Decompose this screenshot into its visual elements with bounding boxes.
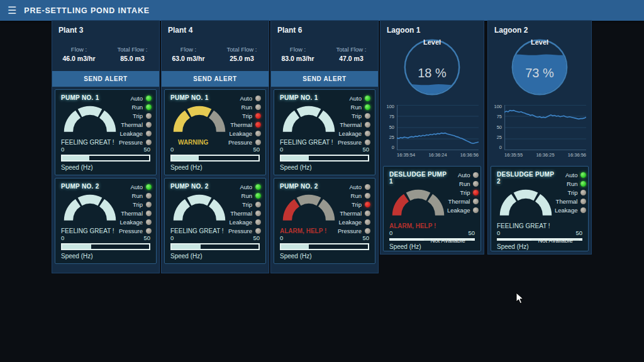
level-trend-chart: 10075 5025 0 16:35:54 16:36:24 16:36:56 xyxy=(384,105,479,158)
x-axis-ticks: 16:35:55 16:36:25 16:36:56 xyxy=(504,152,586,158)
led-label: Leakage xyxy=(555,207,577,214)
pump-title: PUMP NO. 2 xyxy=(61,183,119,190)
speed-bar xyxy=(61,155,150,162)
pump-status-text: ALARM, HELP ! xyxy=(389,222,447,229)
flow-label: Flow : xyxy=(162,46,215,53)
pump-card: PUMP NO. 1 FEELING GREAT ! Auto Run Trip… xyxy=(274,89,375,175)
flow-readouts: Flow : 46.0 m3/hr Total Flow : 85.0 m3 xyxy=(52,46,159,62)
led-label: Thermal xyxy=(340,121,362,128)
led-label: Pressure xyxy=(228,139,252,146)
led-label: Auto xyxy=(240,95,252,102)
mouse-cursor xyxy=(516,292,525,305)
send-alert-button[interactable]: SEND ALERT xyxy=(271,71,378,87)
led-label: Thermal xyxy=(556,198,578,205)
led-label: Leakage xyxy=(120,130,143,137)
led-indicator xyxy=(255,219,261,225)
panel-title: Plant 3 xyxy=(52,21,159,35)
led-label: Thermal xyxy=(121,121,143,128)
led-label: Thermal xyxy=(340,210,362,217)
speed-bar xyxy=(170,243,260,250)
led-list: Auto Run Trip Thermal Leakage xyxy=(447,171,479,229)
send-alert-button[interactable]: SEND ALERT xyxy=(162,71,269,87)
led-label: Run xyxy=(459,180,470,187)
speed-scale: 050 xyxy=(280,234,369,241)
led-indicator xyxy=(146,140,152,145)
speed-scale: 050 xyxy=(61,146,150,153)
speed-bar xyxy=(280,155,369,162)
speed-label: Speed (Hz) xyxy=(170,253,260,260)
led-label: Pressure xyxy=(338,228,362,234)
pump-card: PUMP NO. 2 FEELING GREAT ! Auto Run Trip… xyxy=(55,178,157,264)
page-title: PRE-SETTLING POND INTAKE xyxy=(24,6,150,15)
led-indicator xyxy=(473,199,479,204)
led-label: Leakage xyxy=(447,207,470,214)
led-label: Pressure xyxy=(338,139,362,146)
led-label: Thermal xyxy=(230,210,252,217)
level-gauge: Level 73 % xyxy=(488,37,591,100)
led-indicator xyxy=(580,199,586,204)
led-label: Pressure xyxy=(119,228,143,234)
led-label: Auto xyxy=(458,172,470,178)
led-indicator xyxy=(580,172,586,178)
led-label: Auto xyxy=(130,184,143,190)
led-label: Auto xyxy=(240,184,252,190)
speed-bar xyxy=(280,243,369,250)
led-indicator xyxy=(146,113,152,119)
led-list: Auto Run Trip Thermal Leakage Pressure xyxy=(119,94,152,146)
led-indicator xyxy=(146,104,152,110)
led-indicator xyxy=(365,140,370,145)
menu-icon[interactable]: ☰ xyxy=(8,6,16,16)
speed-scale: 050 xyxy=(280,146,369,153)
level-label: Level xyxy=(380,38,484,46)
y-axis-ticks: 10075 5025 0 xyxy=(492,105,504,150)
pump-title: PUMP NO. 2 xyxy=(170,183,228,190)
speed-scale: 050 xyxy=(389,229,475,236)
pump-card: PUMP NO. 2 ALARM, HELP ! Auto Run Trip T… xyxy=(274,178,375,264)
pump-card: PUMP NO. 1 WARNING Auto Run Trip Thermal… xyxy=(164,89,266,175)
led-indicator xyxy=(146,202,152,207)
led-indicator xyxy=(146,193,152,199)
led-indicator xyxy=(255,104,261,110)
level-trend-chart: 10075 5025 0 16:35:55 16:36:25 16:36:56 xyxy=(492,105,586,158)
send-alert-button[interactable]: SEND ALERT xyxy=(52,71,159,87)
led-label: Thermal xyxy=(230,121,252,128)
led-label: Leakage xyxy=(120,219,143,226)
led-label: Run xyxy=(567,180,577,187)
speed-bar xyxy=(61,243,150,250)
led-indicator xyxy=(146,131,152,136)
speed-label: Speed (Hz) xyxy=(170,164,260,171)
led-label: Trip xyxy=(133,201,143,208)
led-label: Run xyxy=(351,192,362,199)
flow-readouts: Flow : 83.0 m3/hr Total Flow : 47.0 m3 xyxy=(271,46,378,62)
led-indicator xyxy=(365,131,370,136)
led-indicator xyxy=(146,122,152,128)
app-header: ☰ PRE-SETTLING POND INTAKE xyxy=(0,0,644,21)
panel-title: Lagoon 2 xyxy=(488,21,591,35)
level-percent: 73 % xyxy=(488,66,591,80)
led-indicator xyxy=(365,211,370,216)
speed-bar: Not Available xyxy=(497,238,582,241)
led-label: Run xyxy=(132,192,143,199)
flow-readouts: Flow : 63.0 m3/hr Total Flow : 25.0 m3 xyxy=(162,46,269,62)
panel-plant-3: Plant 3 Flow : 46.0 m3/hr Total Flow : 8… xyxy=(52,20,160,273)
led-list: Auto Run Trip Thermal Leakage xyxy=(555,171,586,229)
y-axis-ticks: 10075 5025 0 xyxy=(384,105,397,150)
flow-value: 83.0 m3/hr xyxy=(271,55,325,62)
flow-value: 46.0 m3/hr xyxy=(52,55,106,62)
pump-card: DESLUDGE PUMP 2 FEELING GREAT ! Auto Run… xyxy=(491,166,589,251)
led-label: Run xyxy=(351,104,362,111)
led-indicator xyxy=(255,202,261,207)
led-label: Trip xyxy=(242,201,252,208)
speed-scale: 050 xyxy=(497,229,582,236)
pump-gauge xyxy=(389,187,447,220)
led-label: Trip xyxy=(242,112,252,119)
pump-status-text: FEELING GREAT ! xyxy=(280,139,338,146)
speed-label: Speed (Hz) xyxy=(61,253,150,260)
led-label: Auto xyxy=(130,95,143,102)
led-label: Auto xyxy=(565,172,578,178)
led-list: Auto Run Trip Thermal Leakage Pressure xyxy=(228,94,261,146)
total-flow-label: Total Flow : xyxy=(215,46,269,53)
pump-gauge xyxy=(61,104,119,136)
total-flow-value: 47.0 m3 xyxy=(325,55,378,62)
led-indicator xyxy=(365,104,370,110)
